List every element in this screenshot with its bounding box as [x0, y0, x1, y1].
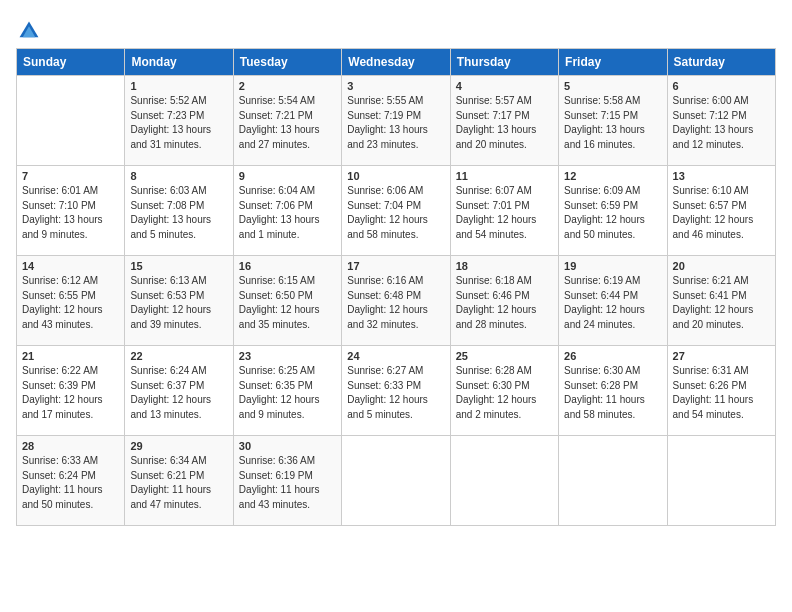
calendar-cell [559, 436, 667, 526]
daylight-text: Daylight: 13 hours and 9 minutes. [22, 214, 103, 240]
sunrise-text: Sunrise: 6:24 AM [130, 365, 206, 376]
sunset-text: Sunset: 6:35 PM [239, 380, 313, 391]
daylight-text: Daylight: 13 hours and 5 minutes. [130, 214, 211, 240]
day-number: 6 [673, 80, 770, 92]
calendar-cell: 13Sunrise: 6:10 AMSunset: 6:57 PMDayligh… [667, 166, 775, 256]
day-number: 15 [130, 260, 227, 272]
sunset-text: Sunset: 6:50 PM [239, 290, 313, 301]
weekday-header-monday: Monday [125, 49, 233, 76]
sunset-text: Sunset: 6:46 PM [456, 290, 530, 301]
calendar-cell: 17Sunrise: 6:16 AMSunset: 6:48 PMDayligh… [342, 256, 450, 346]
sunrise-text: Sunrise: 6:36 AM [239, 455, 315, 466]
day-info: Sunrise: 6:25 AMSunset: 6:35 PMDaylight:… [239, 364, 336, 422]
daylight-text: Daylight: 11 hours and 43 minutes. [239, 484, 320, 510]
day-number: 5 [564, 80, 661, 92]
sunset-text: Sunset: 6:37 PM [130, 380, 204, 391]
day-info: Sunrise: 6:16 AMSunset: 6:48 PMDaylight:… [347, 274, 444, 332]
sunset-text: Sunset: 6:26 PM [673, 380, 747, 391]
sunrise-text: Sunrise: 6:31 AM [673, 365, 749, 376]
day-info: Sunrise: 5:52 AMSunset: 7:23 PMDaylight:… [130, 94, 227, 152]
sunset-text: Sunset: 7:12 PM [673, 110, 747, 121]
day-number: 11 [456, 170, 553, 182]
calendar-cell: 24Sunrise: 6:27 AMSunset: 6:33 PMDayligh… [342, 346, 450, 436]
day-info: Sunrise: 5:58 AMSunset: 7:15 PMDaylight:… [564, 94, 661, 152]
sunset-text: Sunset: 7:23 PM [130, 110, 204, 121]
sunrise-text: Sunrise: 6:19 AM [564, 275, 640, 286]
day-info: Sunrise: 6:28 AMSunset: 6:30 PMDaylight:… [456, 364, 553, 422]
calendar-cell [450, 436, 558, 526]
day-info: Sunrise: 6:18 AMSunset: 6:46 PMDaylight:… [456, 274, 553, 332]
day-info: Sunrise: 5:57 AMSunset: 7:17 PMDaylight:… [456, 94, 553, 152]
day-number: 27 [673, 350, 770, 362]
sunset-text: Sunset: 6:28 PM [564, 380, 638, 391]
calendar-cell: 1Sunrise: 5:52 AMSunset: 7:23 PMDaylight… [125, 76, 233, 166]
calendar-cell: 30Sunrise: 6:36 AMSunset: 6:19 PMDayligh… [233, 436, 341, 526]
day-number: 23 [239, 350, 336, 362]
page-header [16, 16, 776, 42]
calendar-cell: 3Sunrise: 5:55 AMSunset: 7:19 PMDaylight… [342, 76, 450, 166]
day-info: Sunrise: 6:12 AMSunset: 6:55 PMDaylight:… [22, 274, 119, 332]
day-number: 3 [347, 80, 444, 92]
day-number: 30 [239, 440, 336, 452]
day-info: Sunrise: 6:30 AMSunset: 6:28 PMDaylight:… [564, 364, 661, 422]
weekday-header-saturday: Saturday [667, 49, 775, 76]
calendar-cell [17, 76, 125, 166]
day-info: Sunrise: 6:27 AMSunset: 6:33 PMDaylight:… [347, 364, 444, 422]
sunrise-text: Sunrise: 5:54 AM [239, 95, 315, 106]
daylight-text: Daylight: 12 hours and 46 minutes. [673, 214, 754, 240]
daylight-text: Daylight: 12 hours and 24 minutes. [564, 304, 645, 330]
calendar-cell: 12Sunrise: 6:09 AMSunset: 6:59 PMDayligh… [559, 166, 667, 256]
logo-icon [18, 20, 40, 42]
sunset-text: Sunset: 6:19 PM [239, 470, 313, 481]
daylight-text: Daylight: 13 hours and 1 minute. [239, 214, 320, 240]
sunrise-text: Sunrise: 6:06 AM [347, 185, 423, 196]
sunrise-text: Sunrise: 5:52 AM [130, 95, 206, 106]
daylight-text: Daylight: 12 hours and 50 minutes. [564, 214, 645, 240]
daylight-text: Daylight: 12 hours and 39 minutes. [130, 304, 211, 330]
sunset-text: Sunset: 6:30 PM [456, 380, 530, 391]
sunset-text: Sunset: 6:59 PM [564, 200, 638, 211]
day-info: Sunrise: 6:01 AMSunset: 7:10 PMDaylight:… [22, 184, 119, 242]
calendar-cell: 9Sunrise: 6:04 AMSunset: 7:06 PMDaylight… [233, 166, 341, 256]
daylight-text: Daylight: 12 hours and 35 minutes. [239, 304, 320, 330]
sunset-text: Sunset: 6:53 PM [130, 290, 204, 301]
day-info: Sunrise: 6:33 AMSunset: 6:24 PMDaylight:… [22, 454, 119, 512]
calendar-cell: 21Sunrise: 6:22 AMSunset: 6:39 PMDayligh… [17, 346, 125, 436]
sunset-text: Sunset: 6:44 PM [564, 290, 638, 301]
calendar-week-4: 21Sunrise: 6:22 AMSunset: 6:39 PMDayligh… [17, 346, 776, 436]
daylight-text: Daylight: 12 hours and 58 minutes. [347, 214, 428, 240]
sunrise-text: Sunrise: 6:30 AM [564, 365, 640, 376]
sunset-text: Sunset: 7:17 PM [456, 110, 530, 121]
calendar-cell: 15Sunrise: 6:13 AMSunset: 6:53 PMDayligh… [125, 256, 233, 346]
day-number: 19 [564, 260, 661, 272]
calendar-cell: 8Sunrise: 6:03 AMSunset: 7:08 PMDaylight… [125, 166, 233, 256]
day-info: Sunrise: 6:07 AMSunset: 7:01 PMDaylight:… [456, 184, 553, 242]
day-info: Sunrise: 6:31 AMSunset: 6:26 PMDaylight:… [673, 364, 770, 422]
calendar-table: SundayMondayTuesdayWednesdayThursdayFrid… [16, 48, 776, 526]
sunset-text: Sunset: 6:39 PM [22, 380, 96, 391]
day-number: 2 [239, 80, 336, 92]
sunset-text: Sunset: 7:08 PM [130, 200, 204, 211]
daylight-text: Daylight: 12 hours and 5 minutes. [347, 394, 428, 420]
sunset-text: Sunset: 6:57 PM [673, 200, 747, 211]
day-info: Sunrise: 6:09 AMSunset: 6:59 PMDaylight:… [564, 184, 661, 242]
sunrise-text: Sunrise: 6:04 AM [239, 185, 315, 196]
calendar-cell: 22Sunrise: 6:24 AMSunset: 6:37 PMDayligh… [125, 346, 233, 436]
sunrise-text: Sunrise: 6:34 AM [130, 455, 206, 466]
day-number: 9 [239, 170, 336, 182]
sunrise-text: Sunrise: 6:01 AM [22, 185, 98, 196]
calendar-week-3: 14Sunrise: 6:12 AMSunset: 6:55 PMDayligh… [17, 256, 776, 346]
logo [16, 20, 44, 42]
sunset-text: Sunset: 6:21 PM [130, 470, 204, 481]
day-info: Sunrise: 6:00 AMSunset: 7:12 PMDaylight:… [673, 94, 770, 152]
sunrise-text: Sunrise: 5:57 AM [456, 95, 532, 106]
sunrise-text: Sunrise: 6:25 AM [239, 365, 315, 376]
sunset-text: Sunset: 7:21 PM [239, 110, 313, 121]
sunset-text: Sunset: 7:01 PM [456, 200, 530, 211]
calendar-week-5: 28Sunrise: 6:33 AMSunset: 6:24 PMDayligh… [17, 436, 776, 526]
day-info: Sunrise: 6:34 AMSunset: 6:21 PMDaylight:… [130, 454, 227, 512]
day-number: 17 [347, 260, 444, 272]
day-number: 25 [456, 350, 553, 362]
calendar-cell: 2Sunrise: 5:54 AMSunset: 7:21 PMDaylight… [233, 76, 341, 166]
calendar-cell: 29Sunrise: 6:34 AMSunset: 6:21 PMDayligh… [125, 436, 233, 526]
